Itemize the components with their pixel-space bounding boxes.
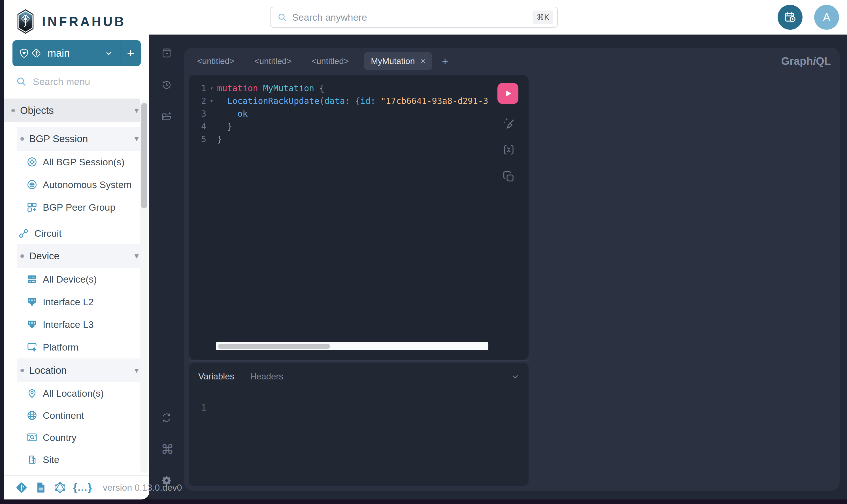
graphiql-logo: GraphiQL — [781, 55, 831, 67]
execute-query-button[interactable] — [497, 83, 518, 104]
query-code[interactable]: 1 ▾ mutation MyMutation { 2 ▾ LocationRa… — [189, 75, 529, 146]
circuit-icon — [18, 228, 29, 239]
menu-item-autonomous-system[interactable]: Autonomous System — [4, 173, 139, 196]
query-editor[interactable]: 1 ▾ mutation MyMutation { 2 ▾ LocationRa… — [189, 75, 529, 360]
sidebar-search-input[interactable] — [33, 76, 126, 87]
graphiql-workspace: ⌘ <untitled> <untitled> <untitled> MyMut… — [149, 35, 847, 500]
chevron-down-icon[interactable] — [105, 49, 113, 57]
menu-item-continent[interactable]: Continent — [4, 404, 139, 427]
bullet-icon — [20, 137, 24, 141]
keyboard-shortcut-badge: ⌘K — [533, 11, 553, 24]
scrollbar-thumb[interactable] — [141, 103, 147, 209]
global-search-input[interactable] — [292, 12, 527, 23]
brand-name: INFRAHUB — [42, 14, 126, 29]
menu-item-circuit[interactable]: Circuit — [4, 222, 139, 244]
collapse-caret-icon[interactable]: ▼ — [133, 366, 140, 375]
menu-item-all-bgp-sessions[interactable]: All BGP Session(s) — [4, 151, 139, 173]
tab-untitled-1[interactable]: <untitled> — [190, 56, 242, 66]
play-icon — [502, 88, 514, 99]
time-travel-button[interactable] — [778, 5, 802, 30]
tab-headers[interactable]: Headers — [250, 372, 283, 382]
menu-item-bgp-peer-group[interactable]: BGP Peer Group — [4, 196, 139, 219]
editor-horizontal-scrollbar[interactable] — [216, 342, 488, 350]
chevron-down-icon[interactable] — [510, 372, 520, 381]
keyboard-shortcuts-button[interactable]: ⌘ — [161, 444, 172, 455]
variables-editor[interactable]: 1 — [189, 403, 529, 413]
window-bottom-edge — [0, 500, 847, 504]
prettify-query-button[interactable] — [502, 116, 515, 130]
brand-logo[interactable]: INFRAHUB — [4, 0, 149, 40]
git-branch-icon — [31, 48, 41, 58]
ethernet-icon — [27, 319, 38, 330]
menu-item-all-locations[interactable]: All Location(s) — [4, 382, 139, 404]
menu-item-country[interactable]: Country — [4, 427, 139, 449]
bgp-session-icon — [27, 156, 38, 168]
folder-plus-button[interactable] — [161, 111, 172, 122]
sidebar: INFRAHUB main + — [4, 0, 149, 500]
avatar[interactable]: A — [814, 5, 839, 30]
globe-icon — [27, 410, 38, 421]
copy-query-button[interactable] — [502, 170, 515, 183]
menu-item-all-devices[interactable]: All Device(s) — [4, 268, 139, 290]
global-search[interactable]: ⌘K — [270, 7, 558, 28]
fold-caret-icon[interactable]: ▾ — [206, 82, 217, 94]
collapse-caret-icon[interactable]: ▼ — [133, 134, 140, 143]
server-icon — [27, 273, 38, 285]
code-line: 5 } — [189, 133, 529, 146]
platform-icon — [27, 341, 38, 353]
graphql-icon[interactable] — [54, 481, 66, 494]
shield-star-icon — [19, 48, 30, 59]
code-line: 3 ok — [189, 107, 529, 120]
divider[interactable] — [189, 360, 529, 360]
menu-item-interface-l3[interactable]: Interface L3 — [4, 313, 139, 336]
refetch-schema-button[interactable] — [161, 412, 172, 423]
country-map-icon — [27, 432, 38, 443]
menu-item-site[interactable]: Site — [4, 449, 139, 471]
sidebar-scrollbar[interactable] — [140, 100, 148, 473]
map-pin-icon — [27, 388, 38, 399]
docs-explorer-button[interactable] — [161, 47, 172, 59]
code-line: 2 ▾ LocationRackUpdate(data: {id: "17cb6… — [189, 94, 529, 107]
add-tab-button[interactable]: + — [442, 55, 448, 67]
tab-bar: <untitled> <untitled> <untitled> MyMutat… — [184, 48, 840, 75]
add-branch-button[interactable]: + — [120, 46, 141, 60]
git-icon[interactable] — [15, 481, 28, 494]
menu-group-bgp-session[interactable]: BGP Session ▼ — [17, 127, 140, 151]
calendar-clock-icon — [783, 11, 797, 24]
topbar: ⌘K A — [149, 0, 847, 35]
autonomous-system-icon — [27, 179, 38, 190]
history-button[interactable] — [161, 79, 172, 91]
menu-group-objects[interactable]: Objects ▼ — [4, 98, 140, 122]
fold-caret-icon[interactable]: ▾ — [206, 94, 217, 107]
ethernet-icon — [27, 296, 38, 307]
bullet-icon — [20, 254, 24, 258]
collapse-caret-icon[interactable]: ▼ — [133, 252, 140, 260]
collapse-caret-icon[interactable]: ▼ — [133, 106, 140, 115]
bullet-icon — [11, 109, 15, 112]
document-icon[interactable] — [35, 481, 47, 494]
search-icon — [277, 13, 287, 22]
merge-fragments-button[interactable] — [502, 143, 515, 157]
variables-header: Variables Headers — [189, 363, 529, 382]
tab-untitled-3[interactable]: <untitled> — [304, 56, 356, 66]
tab-untitled-2[interactable]: <untitled> — [247, 56, 299, 66]
infrahub-hexagon-icon — [16, 8, 35, 35]
swagger-braces-icon[interactable]: {…} — [73, 482, 92, 493]
menu-group-device[interactable]: Device ▼ — [17, 244, 140, 268]
close-tab-icon[interactable]: × — [420, 56, 425, 66]
code-line: 4 } — [189, 120, 529, 133]
object-menu: Objects ▼ BGP Session ▼ All BGP Session(… — [4, 97, 149, 475]
menu-item-platform[interactable]: Platform — [4, 336, 139, 358]
sidebar-search[interactable] — [4, 66, 149, 97]
menu-item-interface-l2[interactable]: Interface L2 — [4, 290, 139, 313]
code-line: 1 ▾ mutation MyMutation { — [189, 82, 529, 94]
tab-variables[interactable]: Variables — [198, 372, 234, 382]
menu-group-location[interactable]: Location ▼ — [17, 358, 140, 382]
scrollbar-thumb[interactable] — [218, 344, 330, 349]
variables-panel: Variables Headers 1 — [189, 363, 529, 486]
tab-mymutation-active[interactable]: MyMutation × — [364, 52, 432, 70]
peer-group-icon — [27, 202, 38, 213]
search-icon — [16, 76, 27, 87]
branch-selector[interactable]: main + — [13, 40, 141, 66]
current-branch-label: main — [48, 47, 70, 59]
